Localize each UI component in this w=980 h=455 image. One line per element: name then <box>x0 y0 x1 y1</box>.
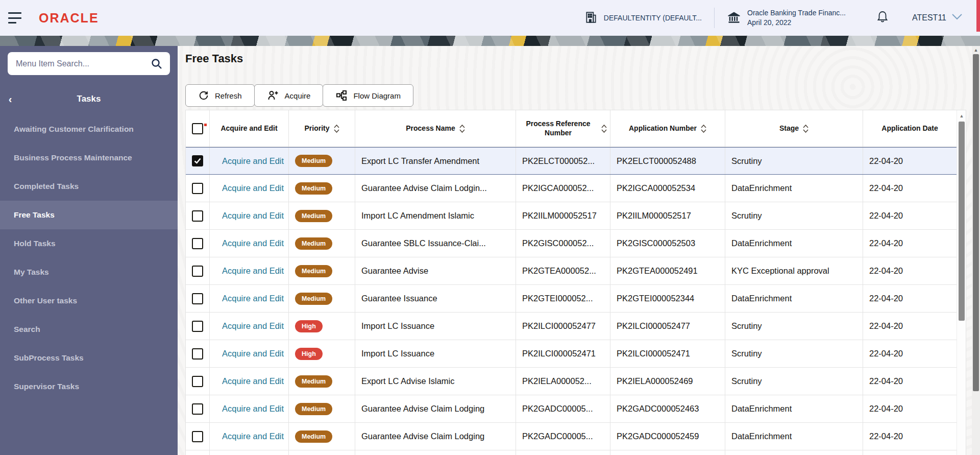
chevron-left-icon[interactable]: ‹ <box>0 93 20 105</box>
table-scrollbar[interactable]: ▲ <box>957 110 966 455</box>
row-checkbox[interactable] <box>192 238 203 249</box>
sidebar-item-my-tasks[interactable]: My Tasks <box>0 258 178 286</box>
cell-select <box>186 230 210 257</box>
sidebar-menu: Awaiting Customer ClarificationBusiness … <box>0 115 178 401</box>
sidebar-item-search[interactable]: Search <box>0 315 178 344</box>
page-scrollbar-thumb[interactable] <box>973 54 979 391</box>
cell-application-date: 22-04-20 <box>863 313 957 340</box>
menu-search-input[interactable] <box>8 52 170 75</box>
sort-icon[interactable] <box>334 125 339 133</box>
sidebar-item-supervisor-tasks[interactable]: Supervisor Tasks <box>0 372 178 401</box>
entity-label: DEFAULTENTITY (DEFAULT... <box>604 14 702 22</box>
acquire-and-edit-link[interactable]: Acquire and Edit <box>222 266 284 276</box>
top-right-accent <box>976 0 980 32</box>
acquire-and-edit-link[interactable]: Acquire and Edit <box>222 238 284 248</box>
flow-diagram-button[interactable]: Flow Diagram <box>323 84 413 107</box>
entity-selector[interactable]: DEFAULTENTITY (DEFAULT... <box>584 11 702 26</box>
table-row: Acquire and EditHighImport LC IssuancePK… <box>186 313 957 340</box>
cell-empty <box>355 450 516 455</box>
cell-process-name: Guarantee SBLC Issuance-Clai... <box>355 230 516 257</box>
row-checkbox[interactable] <box>192 376 203 387</box>
scroll-up-arrow-icon[interactable]: ▲ <box>957 113 966 118</box>
sort-icon[interactable] <box>803 125 808 133</box>
row-checkbox[interactable] <box>192 293 203 304</box>
bank-icon <box>727 10 741 26</box>
acquire-and-edit-link[interactable]: Acquire and Edit <box>222 211 284 221</box>
sidebar-item-awaiting-customer-clarification[interactable]: Awaiting Customer Clarification <box>0 115 178 143</box>
cell-priority: Medium <box>289 395 355 422</box>
application-date-label: April 20, 2022 <box>747 18 846 28</box>
column-header-process-reference-number[interactable]: Process Reference Number <box>516 110 610 147</box>
acquire-and-edit-link[interactable]: Acquire and Edit <box>222 432 284 441</box>
cell-stage: Scrutiny <box>725 368 863 395</box>
sidebar-item-other-user-tasks[interactable]: Other User tasks <box>0 286 178 315</box>
sidebar-section-title: Tasks <box>20 94 157 104</box>
priority-badge: Medium <box>295 293 332 305</box>
table-row: Acquire and EditMediumGuarantee SBLC Iss… <box>186 230 957 257</box>
sidebar-item-subprocess-tasks[interactable]: SubProcess Tasks <box>0 344 178 372</box>
cell-select <box>186 202 210 229</box>
page-scrollbar[interactable]: ▲ <box>972 46 980 455</box>
cell-stage: Scrutiny <box>725 340 863 367</box>
sort-icon[interactable] <box>459 125 465 133</box>
search-icon[interactable] <box>151 58 163 72</box>
column-header-application-number[interactable]: Application Number <box>610 110 725 147</box>
toolbar: Refresh Acquire <box>185 84 413 107</box>
sort-icon[interactable] <box>701 125 706 133</box>
column-header-priority[interactable]: Priority <box>289 110 355 147</box>
acquire-and-edit-link[interactable]: Acquire and Edit <box>222 156 284 166</box>
cell-application-number: PK2ELCT000052488 <box>610 148 725 174</box>
acquire-and-edit-link[interactable]: Acquire and Edit <box>222 376 284 386</box>
priority-badge: Medium <box>295 210 332 222</box>
hamburger-menu-icon[interactable] <box>8 12 23 23</box>
cell-priority: Medium <box>289 368 355 395</box>
page-scroll-up-arrow-icon[interactable]: ▲ <box>972 47 980 53</box>
cell-application-date: 22-04-20 <box>863 368 957 395</box>
cell-process-name: Import LC Issuance <box>355 313 516 340</box>
free-tasks-table: Acquire and EditPriorityProcess NameProc… <box>185 110 966 455</box>
row-checkbox[interactable] <box>192 431 203 442</box>
acquire-and-edit-link[interactable]: Acquire and Edit <box>222 404 284 414</box>
sort-icon[interactable] <box>601 125 607 133</box>
acquire-and-edit-link[interactable]: Acquire and Edit <box>222 183 284 193</box>
cell-process-reference-number: PK2ELCT000052... <box>516 148 610 174</box>
row-checkbox[interactable] <box>192 183 203 194</box>
row-checkbox[interactable] <box>192 321 203 332</box>
cell-empty <box>725 450 863 455</box>
cell-process-name: Import LC Amendment Islamic <box>355 202 516 229</box>
cell-application-date: 22-04-20 <box>863 202 957 229</box>
top-header-bar: ORACLE DEFAULTENTITY (DEFAULT... <box>0 0 980 36</box>
row-checkbox[interactable] <box>192 348 203 360</box>
cell-action: Acquire and Edit <box>210 368 289 395</box>
cell-action: Acquire and Edit <box>210 202 289 229</box>
user-menu[interactable]: ATEST11 <box>912 13 963 22</box>
cell-application-number: PK2GADC000052463 <box>610 395 725 422</box>
sidebar-item-free-tasks[interactable]: Free Tasks <box>0 201 178 229</box>
refresh-button[interactable]: Refresh <box>185 84 255 107</box>
acquire-and-edit-link[interactable]: Acquire and Edit <box>222 294 284 303</box>
row-checkbox[interactable] <box>192 266 203 277</box>
cell-process-name: Guarantee Advise Claim Lodging <box>355 395 516 422</box>
sidebar-item-hold-tasks[interactable]: Hold Tasks <box>0 229 178 258</box>
acquire-label: Acquire <box>285 91 311 100</box>
table-row: Acquire and EditHighImport LC IssuancePK… <box>186 340 957 368</box>
select-all-checkbox[interactable] <box>192 123 203 134</box>
priority-badge: Medium <box>295 237 332 250</box>
cell-application-number: PK2GTEI000052344 <box>610 285 725 312</box>
acquire-and-edit-link[interactable]: Acquire and Edit <box>222 321 284 331</box>
column-header-process-name[interactable]: Process Name <box>355 110 516 147</box>
acquire-and-edit-link[interactable]: Acquire and Edit <box>222 349 284 358</box>
priority-badge: Medium <box>295 265 332 277</box>
row-checkbox[interactable] <box>192 403 203 415</box>
column-header-stage[interactable]: Stage <box>725 110 863 147</box>
notification-bell-icon[interactable] <box>876 10 889 26</box>
sidebar-item-completed-tasks[interactable]: Completed Tasks <box>0 172 178 201</box>
row-checkbox-checked[interactable] <box>192 155 203 166</box>
sidebar-item-business-process-maintenance[interactable]: Business Process Maintenance <box>0 143 178 172</box>
row-checkbox[interactable] <box>192 210 203 222</box>
table-scrollbar-thumb[interactable] <box>959 122 965 321</box>
cell-process-reference-number: PK2GADC00005... <box>516 423 610 450</box>
branch-selector[interactable]: Oracle Banking Trade Financ... April 20,… <box>727 8 846 28</box>
acquire-button[interactable]: Acquire <box>254 84 324 107</box>
table-row: Acquire and EditMediumGuarantee AdvisePK… <box>186 257 957 285</box>
